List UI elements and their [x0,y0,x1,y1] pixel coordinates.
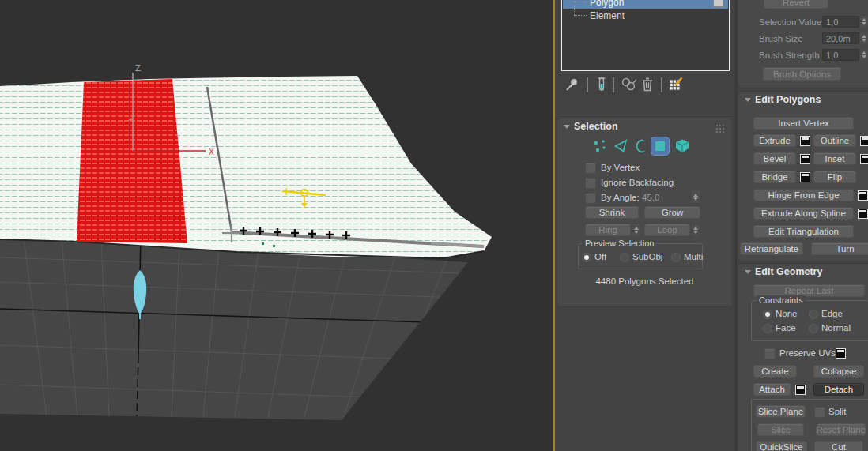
collapse-button[interactable]: Collapse [813,365,864,378]
flip-button[interactable]: Flip [813,171,856,183]
edit-geometry-header[interactable]: Edit Geometry [738,264,868,280]
extrude-along-spline-settings-icon[interactable] [858,209,868,219]
extrude-along-spline-button[interactable]: Extrude Along Spline [753,207,854,220]
stack-item-element[interactable]: Element [563,9,728,22]
configure-modifier-sets-icon[interactable] [667,76,685,93]
create-button[interactable]: Create [753,365,797,378]
attach-settings-icon[interactable] [795,385,806,395]
slice-button[interactable]: Slice [757,423,804,436]
rollout-title: Selection [574,121,618,132]
detach-button[interactable]: Detach [813,383,864,396]
selected-polygons-red[interactable] [77,79,187,243]
slice-group: Slice Plane Split Slice Reset Plane Quic… [751,399,868,451]
bevel-settings-icon[interactable] [800,154,810,164]
by-angle-value[interactable]: 45,0 [642,193,659,202]
preview-subobj-radio[interactable] [620,253,629,262]
preview-off-radio[interactable] [582,253,591,262]
hinge-settings-icon[interactable] [858,190,868,201]
rollout-collapse-icon[interactable] [745,270,751,274]
ring-button[interactable]: Ring [585,224,631,236]
outline-button[interactable]: Outline [813,134,856,147]
viewport-scene: Z X [0,0,555,451]
constraint-face-label[interactable]: Face [776,323,796,333]
edit-polygons-header[interactable]: Edit Polygons [738,92,868,107]
modifier-stack-list[interactable]: Border Polygon Element [561,0,730,71]
edit-triangulation-button[interactable]: Edit Triangulation [753,225,854,238]
brush-options-button[interactable]: Brush Options [763,67,841,81]
ring-spinner[interactable] [632,224,640,236]
rollout-collapse-icon[interactable] [564,125,570,129]
axis-z-label: Z [135,64,141,73]
constraint-edge-radio[interactable] [809,310,818,319]
pin-stack-icon[interactable] [564,76,581,93]
rollout-title: Edit Polygons [755,94,821,105]
split-checkbox[interactable] [814,407,825,418]
show-end-result-icon[interactable] [593,76,610,93]
insert-vertex-button[interactable]: Insert Vertex [753,117,854,130]
preserve-uvs-settings-icon[interactable] [836,348,846,359]
make-unique-icon[interactable] [620,76,640,93]
stack-item-polygon[interactable]: Polygon [563,0,728,9]
toolbar-separator [613,77,614,92]
rollout-title: Edit Geometry [755,266,822,277]
constraint-normal-label[interactable]: Normal [821,323,851,333]
reset-plane-button[interactable]: Reset Plane [816,423,866,436]
loop-button[interactable]: Loop [644,224,690,236]
by-angle-label: By Angle: [601,193,640,202]
inset-button[interactable]: Inset [813,152,856,165]
retriangulate-button[interactable]: Retriangulate [740,242,803,255]
by-angle-checkbox[interactable] [585,193,596,204]
preview-multi-radio[interactable] [671,253,681,262]
shrink-button[interactable]: Shrink [585,206,639,219]
cut-button[interactable]: Cut [814,441,863,451]
extrude-button[interactable]: Extrude [753,134,796,147]
preserve-uvs-label: Preserve UVs [779,348,836,358]
rollout-collapse-icon[interactable] [745,98,751,102]
subobject-element-icon[interactable] [674,137,691,155]
bridge-settings-icon[interactable] [800,172,810,182]
subobject-polygon-icon[interactable] [651,137,669,155]
modifier-toggle-checkbox[interactable] [713,0,723,7]
selection-value-field[interactable]: 1,0 [822,16,859,28]
preserve-uvs-checkbox[interactable] [764,348,776,359]
bridge-button[interactable]: Bridge [753,171,796,183]
preview-multi-label[interactable]: Multi [684,252,703,261]
preview-subobj-label[interactable]: SubObj [632,252,662,261]
split-label: Split [828,407,846,416]
brush-strength-field[interactable]: 1,0 [822,49,859,61]
brush-size-spinner[interactable] [860,32,868,44]
ignore-backfacing-checkbox[interactable] [585,178,596,189]
brush-strength-spinner[interactable] [860,49,868,61]
attach-button[interactable]: Attach [753,383,791,396]
inset-settings-icon[interactable] [860,154,868,164]
grow-button[interactable]: Grow [644,206,700,219]
outline-settings-icon[interactable] [860,136,868,146]
by-angle-spinner[interactable] [692,191,700,203]
bevel-button[interactable]: Bevel [753,152,796,165]
turn-button[interactable]: Turn [811,242,868,255]
subobject-edge-icon[interactable] [613,137,630,155]
brush-size-label: Brush Size [759,34,803,43]
constraint-normal-radio[interactable] [809,324,818,333]
loop-spinner[interactable] [692,224,700,236]
constraint-none-label[interactable]: None [776,309,798,318]
selection-value-label: Selection Value [759,17,821,27]
brush-size-field[interactable]: 20,0m [822,32,859,44]
constraint-face-radio[interactable] [763,324,772,333]
subobject-vertex-icon[interactable] [591,137,609,155]
constraint-edge-label[interactable]: Edge [821,309,843,318]
slice-plane-button[interactable]: Slice Plane [756,405,806,418]
extrude-settings-icon[interactable] [800,136,810,146]
hinge-from-edge-button[interactable]: Hinge From Edge [753,189,854,201]
toolbar-separator [661,77,662,92]
revert-button[interactable]: Revert [764,0,828,9]
viewport-3d[interactable]: Z X [0,0,555,451]
constraint-none-radio[interactable] [763,310,772,319]
selection-value-spinner[interactable] [860,16,868,28]
remove-modifier-icon[interactable] [639,76,656,93]
by-vertex-checkbox[interactable] [585,163,596,174]
quickslice-button[interactable]: QuickSlice [756,441,807,451]
preview-off-label[interactable]: Off [594,252,606,261]
selection-rollout-header[interactable]: Selection [557,118,732,134]
subobject-border-icon[interactable] [633,137,651,155]
